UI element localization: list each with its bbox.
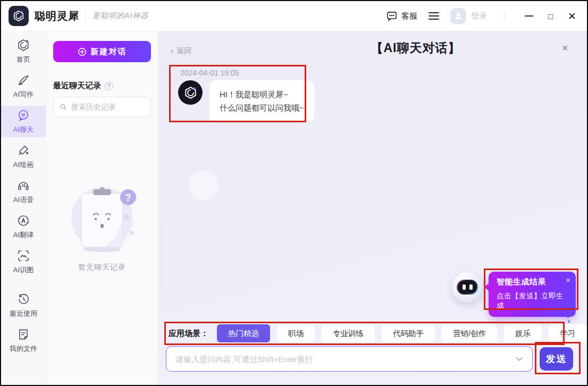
back-label: 返回 [177,46,191,56]
scene-tab-study[interactable]: 学习 [549,324,586,342]
message-line-2: 什么问题都可以问我哦~ [220,101,304,114]
empty-state: ? 暂无聊天记录 [46,177,158,272]
sidebar-label: AI识图 [13,265,33,275]
user-avatar-icon [450,8,466,24]
panel-divider [46,72,158,72]
sidebar-divider [7,283,39,284]
sidebar-label: AI写作 [13,90,33,99]
scenes-label: 应用场景： [169,329,208,339]
sidebar-item-ai-translate[interactable]: AI翻译 [1,211,46,242]
app-tagline: 更聪明的AI神器 [93,11,148,21]
sidebar-item-ai-voice[interactable]: AI语音 [1,176,46,207]
login-label: 登录 [471,11,487,21]
app-title: 聪明灵犀 [35,9,79,23]
sidebar-label: AI聊天 [13,125,33,135]
new-chat-button[interactable]: 新建对话 [53,41,151,62]
close-panel-icon[interactable]: × [562,42,568,54]
robot-visor [457,280,478,295]
image-scan-icon [16,249,30,263]
empty-text: 暂无聊天记录 [78,263,126,272]
app-logo-icon [9,6,29,26]
chat-icon [16,108,30,122]
bot-message-row: HI！我是聪明灵犀~ 什么问题都可以问我哦~ [178,80,314,122]
sidebar-item-ai-writing[interactable]: AI写作 [1,71,46,102]
send-button[interactable]: 发送 [540,347,573,371]
history-header: 最近聊天记录 ? [53,81,151,91]
scene-tab-entertainment[interactable]: 娱乐 [504,324,542,342]
tooltip-close-icon[interactable]: × [566,275,570,284]
menu-icon[interactable] [428,11,440,21]
scene-tabs-row: 应用场景： 热门精选 职场 专业训练 代码助手 营销/创作 娱乐 学习 其他 [169,324,588,342]
question-mark-icon: ? [125,192,131,203]
history-search-input[interactable] [71,103,145,111]
new-chat-label: 新建对话 [91,47,127,57]
sidebar-item-ai-image[interactable]: AI识图 [1,246,46,278]
scene-tab-marketing[interactable]: 营销/创作 [442,324,497,342]
voice-icon [16,179,30,192]
quill-icon [16,73,30,87]
tooltip-tail [484,283,489,291]
back-button[interactable]: ‹ 返回 [171,46,191,56]
bot-logo-icon [183,86,198,100]
message-line-1: HI！我是聪明灵犀~ [220,88,304,101]
customer-service-button[interactable]: 客服 [386,10,417,22]
close-window-button[interactable]: ✕ [568,11,576,21]
sidebar-item-ai-painting[interactable]: AI绘画 [1,141,46,172]
history-clock-icon [16,292,30,306]
sidebar-label: AI翻译 [13,230,33,240]
controls-divider [504,11,505,21]
plus-circle-icon [78,47,87,56]
app-body: 首页 AI写作 AI聊天 [1,31,587,385]
scene-tab-hot[interactable]: 热门精选 [217,324,270,342]
sidebar: 首页 AI写作 AI聊天 [1,31,46,385]
brand: 聪明灵犀 更聪明的AI神器 [9,6,148,26]
back-chevron-icon: ‹ [171,46,173,56]
minimize-button[interactable]: — [525,12,533,20]
customer-service-label: 客服 [401,11,417,21]
home-logo-icon [16,38,30,52]
scene-tab-training[interactable]: 专业训练 [322,324,375,342]
background-watermark [189,171,219,200]
empty-clipboard-illustration: ? [62,177,142,256]
page-title: 【AI聊天对话】 [371,40,461,56]
sidebar-item-home[interactable]: 首页 [1,36,46,67]
prompt-box [166,346,533,372]
robot-eye [463,284,466,290]
window-controls: — □ ✕ [525,11,576,21]
sidebar-label: 最近使用 [10,309,37,318]
brush-icon [16,144,30,157]
help-icon[interactable]: ? [105,82,113,90]
chat-bubble-icon [386,10,398,22]
chat-history-panel: 新建对话 最近聊天记录 ? [46,31,158,385]
sidebar-label: 首页 [16,55,30,64]
search-icon [60,103,67,111]
login-button[interactable]: 登录 [450,8,487,24]
translate-icon [16,214,30,228]
title-divider [86,11,86,21]
chevron-down-icon[interactable] [514,354,525,364]
chat-main: ‹ 返回 【AI聊天对话】 × 2024-04-01 15:05 HI！我是聪明… [158,31,587,385]
sidebar-item-my-files[interactable]: 我的文件 [1,325,46,356]
tooltip-title: 智能生成结果 [497,277,569,287]
maximize-button[interactable]: □ [548,12,553,20]
sidebar-item-ai-chat[interactable]: AI聊天 [1,106,46,137]
top-bar: 聪明灵犀 更聪明的AI神器 客服 [1,1,587,31]
sidebar-item-recent[interactable]: 最近使用 [1,290,46,321]
scene-tab-workplace[interactable]: 职场 [277,324,315,342]
history-title: 最近聊天记录 [53,81,101,91]
sidebar-label: AI绘画 [13,160,33,170]
message-timestamp: 2024-04-01 15:05 [180,69,239,77]
history-search[interactable] [53,97,151,117]
assistant-robot-icon[interactable] [452,272,483,303]
bot-avatar [178,80,203,105]
sidebar-label: AI语音 [13,195,33,205]
prompt-input[interactable] [175,355,514,364]
app-window: 聪明灵犀 更聪明的AI神器 客服 [0,0,588,386]
file-icon [16,328,30,341]
sidebar-label: 我的文件 [10,344,37,354]
scene-tab-code[interactable]: 代码助手 [382,324,435,342]
robot-eye [469,284,473,290]
topbar-actions: 客服 登录 — □ ✕ [386,8,576,24]
bot-message-bubble: HI！我是聪明灵犀~ 什么问题都可以问我哦~ [209,80,314,122]
